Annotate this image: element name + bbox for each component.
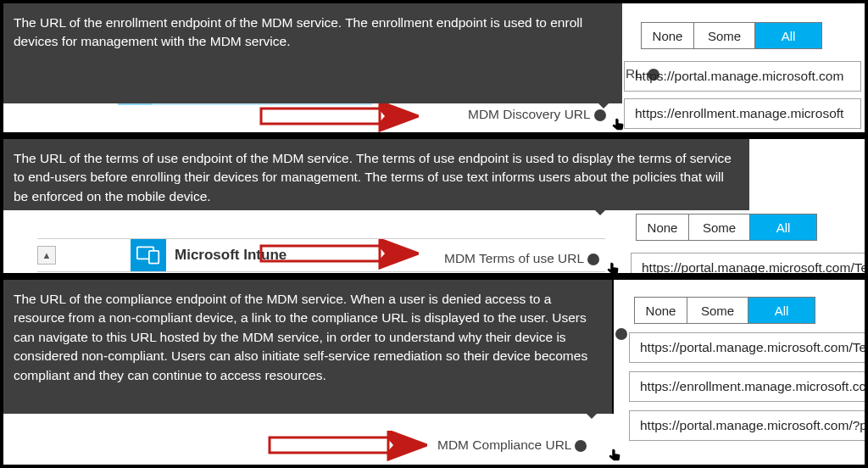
field-label-text: MDM Compliance URL [437, 437, 571, 453]
scope-all[interactable]: All [755, 23, 821, 48]
right-column: None Some All https://portal.manage.micr… [629, 297, 868, 441]
scope-some[interactable]: Some [694, 23, 755, 48]
field-label-terms: MDM Terms of use URL [444, 251, 599, 266]
svg-rect-0 [261, 109, 380, 124]
hand-pointer-icon [607, 446, 624, 466]
field-label-compliance: MDM Compliance URL [437, 437, 587, 453]
scope-some[interactable]: Some [689, 214, 750, 240]
scroll-up-button[interactable]: ▲ [37, 246, 56, 265]
scope-segmented-control[interactable]: None Some All [636, 214, 817, 241]
field-label-text: MDM Terms of use URL [444, 251, 584, 266]
intune-icon [131, 239, 166, 271]
hand-pointer-icon [605, 259, 622, 276]
scope-some[interactable]: Some [687, 298, 748, 323]
url-input-a[interactable]: https://portal.manage.microsoft.com [624, 61, 861, 92]
url-input-b[interactable]: https://enrollment.manage.microsoft [624, 98, 861, 129]
hand-pointer-icon [610, 115, 627, 136]
info-icon[interactable] [587, 254, 599, 265]
svg-marker-1 [380, 102, 419, 131]
red-arrow-annotation [266, 431, 427, 461]
right-column: None Some All https://portal.manage.micr… [624, 22, 861, 129]
panel-mdm-terms: The URL of the terms of use endpoint of … [0, 136, 868, 276]
scope-all[interactable]: All [750, 214, 816, 240]
url-input-c[interactable]: https://portal.manage.microsoft.com/?p [629, 410, 868, 441]
red-arrow-annotation [258, 102, 419, 132]
url-input-a[interactable]: https://portal.manage.microsoft.com/Te [629, 332, 868, 363]
scope-none[interactable]: None [637, 214, 689, 240]
svg-rect-4 [261, 246, 380, 261]
panel-mdm-discovery: The URL of the enrollment endpoint of th… [0, 0, 868, 136]
scope-all[interactable]: All [748, 298, 815, 323]
scope-segmented-control[interactable]: None Some All [634, 297, 815, 324]
url-input-b[interactable]: https://enrollment.manage.microsoft.cc [629, 371, 868, 402]
field-label-discovery: MDM Discovery URL [468, 107, 606, 122]
field-label-text: MDM Discovery URL [468, 107, 591, 122]
tooltip-compliance: The URL of the compliance endpoint of th… [3, 280, 614, 414]
scope-none[interactable]: None [635, 298, 687, 323]
svg-rect-3 [149, 251, 159, 264]
info-icon[interactable] [615, 328, 627, 340]
svg-rect-6 [270, 437, 388, 453]
url-input-a[interactable]: https://portal.manage.microsoft.com/Te [631, 253, 868, 276]
right-column: None Some All https://portal.manage.micr… [631, 214, 868, 276]
scope-segmented-control[interactable]: None Some All [641, 22, 822, 49]
svg-marker-5 [380, 239, 419, 268]
tooltip-terms: The URL of the terms of use endpoint of … [3, 139, 749, 210]
scope-none[interactable]: None [642, 23, 694, 48]
info-icon[interactable] [575, 440, 587, 452]
red-arrow-annotation [258, 239, 419, 270]
svg-marker-7 [388, 431, 427, 460]
tooltip-discovery: The URL of the enrollment endpoint of th… [3, 3, 622, 103]
panel-mdm-compliance: The URL of the compliance endpoint of th… [0, 276, 868, 468]
